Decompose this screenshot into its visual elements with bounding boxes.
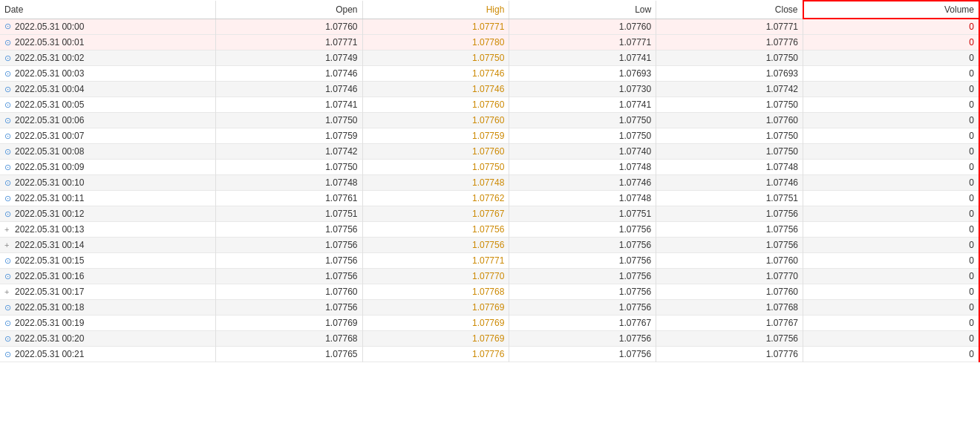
cell-volume: 0 xyxy=(803,238,979,253)
cell-date: ⊙2022.05.31 00:10 xyxy=(0,175,215,191)
cell-volume: 0 xyxy=(803,175,979,191)
table-row: +2022.05.31 00:171.077601.077681.077561.… xyxy=(0,284,979,300)
cell-volume: 0 xyxy=(803,50,979,66)
cell-low: 1.07760 xyxy=(509,19,656,35)
cell-low: 1.07756 xyxy=(509,300,656,316)
header-open[interactable]: Open xyxy=(215,1,362,19)
date-text: 2022.05.31 00:16 xyxy=(15,271,84,281)
doji-plus-icon: + xyxy=(4,287,12,296)
cell-open: 1.07759 xyxy=(215,128,362,144)
cell-low: 1.07750 xyxy=(509,128,656,144)
cell-date: ⊙2022.05.31 00:08 xyxy=(0,144,215,160)
table-row: ⊙2022.05.31 00:051.077411.077601.077411.… xyxy=(0,97,979,113)
cell-low: 1.07756 xyxy=(509,284,656,300)
doji-icon: ⊙ xyxy=(4,194,12,203)
cell-low: 1.07756 xyxy=(509,347,656,362)
cell-high: 1.07769 xyxy=(362,300,509,316)
cell-volume: 0 xyxy=(803,19,979,35)
cell-date: ⊙2022.05.31 00:12 xyxy=(0,206,215,222)
cell-high: 1.07768 xyxy=(362,284,509,300)
cell-low: 1.07756 xyxy=(509,238,656,253)
cell-close: 1.07746 xyxy=(656,175,803,191)
doji-icon: ⊙ xyxy=(4,69,12,79)
cell-close: 1.07750 xyxy=(656,144,803,160)
cell-close: 1.07756 xyxy=(656,222,803,238)
doji-icon: ⊙ xyxy=(4,131,12,141)
cell-low: 1.07750 xyxy=(509,113,656,128)
table-header-row: Date Open High Low Close Volume xyxy=(0,1,979,19)
cell-close: 1.07760 xyxy=(656,284,803,300)
cell-date: ⊙2022.05.31 00:21 xyxy=(0,347,215,362)
cell-volume: 0 xyxy=(803,35,979,50)
header-volume[interactable]: Volume xyxy=(803,1,979,19)
ohlcv-table: Date Open High Low Close Volume ⊙2022.05… xyxy=(0,0,980,362)
cell-date: +2022.05.31 00:17 xyxy=(0,284,215,300)
table-row: ⊙2022.05.31 00:161.077561.077701.077561.… xyxy=(0,269,979,284)
table-row: ⊙2022.05.31 00:001.077601.077711.077601.… xyxy=(0,19,979,35)
cell-low: 1.07693 xyxy=(509,66,656,82)
cell-high: 1.07776 xyxy=(362,347,509,362)
cell-high: 1.07760 xyxy=(362,97,509,113)
date-text: 2022.05.31 00:21 xyxy=(15,349,84,359)
cell-high: 1.07760 xyxy=(362,144,509,160)
date-text: 2022.05.31 00:18 xyxy=(15,302,84,313)
cell-open: 1.07748 xyxy=(215,175,362,191)
table-row: ⊙2022.05.31 00:121.077511.077671.077511.… xyxy=(0,206,979,222)
cell-open: 1.07751 xyxy=(215,206,362,222)
cell-high: 1.07750 xyxy=(362,50,509,66)
date-text: 2022.05.31 00:05 xyxy=(15,99,84,110)
table-row: ⊙2022.05.31 00:071.077591.077591.077501.… xyxy=(0,128,979,144)
cell-open: 1.07756 xyxy=(215,222,362,238)
table-row: ⊙2022.05.31 00:211.077651.077761.077561.… xyxy=(0,347,979,362)
date-text: 2022.05.31 00:19 xyxy=(15,318,84,328)
cell-low: 1.07741 xyxy=(509,97,656,113)
table-row: ⊙2022.05.31 00:041.077461.077461.077301.… xyxy=(0,82,979,97)
cell-close: 1.07768 xyxy=(656,300,803,316)
cell-volume: 0 xyxy=(803,253,979,269)
data-table-container: Date Open High Low Close Volume ⊙2022.05… xyxy=(0,0,980,438)
header-close[interactable]: Close xyxy=(656,1,803,19)
cell-date: ⊙2022.05.31 00:03 xyxy=(0,66,215,82)
cell-high: 1.07756 xyxy=(362,222,509,238)
doji-icon: ⊙ xyxy=(4,303,12,313)
date-text: 2022.05.31 00:12 xyxy=(15,209,84,219)
date-text: 2022.05.31 00:07 xyxy=(15,131,84,141)
doji-icon: ⊙ xyxy=(4,38,12,48)
cell-close: 1.07750 xyxy=(656,50,803,66)
date-text: 2022.05.31 00:14 xyxy=(15,240,84,250)
cell-volume: 0 xyxy=(803,316,979,331)
doji-icon: ⊙ xyxy=(4,256,12,266)
cell-close: 1.07751 xyxy=(656,191,803,206)
cell-low: 1.07740 xyxy=(509,144,656,160)
table-row: ⊙2022.05.31 00:181.077561.077691.077561.… xyxy=(0,300,979,316)
cell-open: 1.07760 xyxy=(215,284,362,300)
doji-plus-icon: + xyxy=(4,241,12,249)
cell-date: +2022.05.31 00:13 xyxy=(0,222,215,238)
header-date[interactable]: Date xyxy=(0,1,215,19)
table-row: ⊙2022.05.31 00:101.077481.077481.077461.… xyxy=(0,175,979,191)
doji-icon: ⊙ xyxy=(4,334,12,344)
header-high[interactable]: High xyxy=(362,1,509,19)
cell-close: 1.07767 xyxy=(656,316,803,331)
cell-volume: 0 xyxy=(803,82,979,97)
cell-low: 1.07746 xyxy=(509,175,656,191)
date-text: 2022.05.31 00:03 xyxy=(15,68,84,79)
header-low[interactable]: Low xyxy=(509,1,656,19)
cell-high: 1.07767 xyxy=(362,206,509,222)
date-text: 2022.05.31 00:15 xyxy=(15,255,84,266)
cell-volume: 0 xyxy=(803,128,979,144)
cell-volume: 0 xyxy=(803,160,979,175)
cell-volume: 0 xyxy=(803,300,979,316)
cell-low: 1.07751 xyxy=(509,206,656,222)
table-row: ⊙2022.05.31 00:021.077491.077501.077411.… xyxy=(0,50,979,66)
cell-volume: 0 xyxy=(803,97,979,113)
cell-close: 1.07760 xyxy=(656,253,803,269)
cell-high: 1.07746 xyxy=(362,66,509,82)
date-text: 2022.05.31 00:06 xyxy=(15,115,84,125)
table-row: ⊙2022.05.31 00:011.077711.077801.077711.… xyxy=(0,35,979,50)
date-text: 2022.05.31 00:17 xyxy=(15,287,84,297)
cell-date: ⊙2022.05.31 00:05 xyxy=(0,97,215,113)
doji-icon: ⊙ xyxy=(4,350,12,359)
cell-close: 1.07756 xyxy=(656,331,803,347)
cell-open: 1.07756 xyxy=(215,300,362,316)
